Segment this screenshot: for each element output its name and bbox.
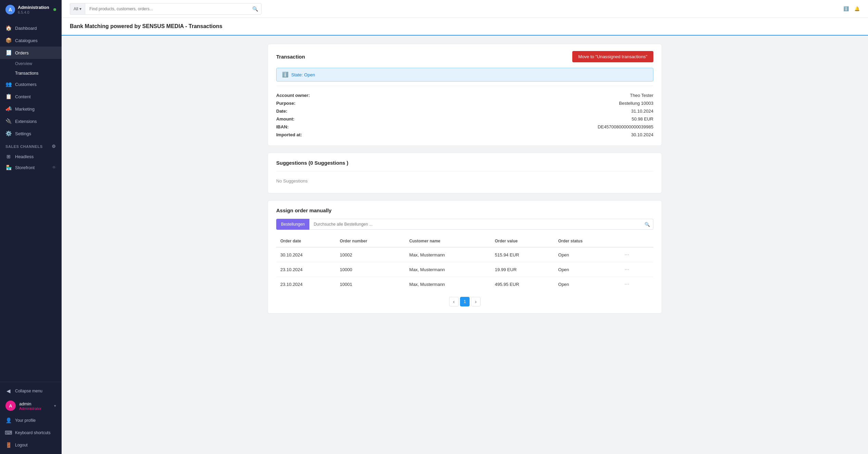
- pagination-prev[interactable]: ‹: [449, 297, 459, 306]
- sidebar-item-label: Marketing: [15, 106, 35, 112]
- cell-status: Open: [554, 262, 618, 277]
- sidebar-sub-transactions[interactable]: Transactions: [0, 68, 62, 78]
- pagination-next[interactable]: ›: [471, 297, 481, 306]
- col-order-date: Order date: [276, 235, 336, 247]
- cell-action: ···: [618, 262, 653, 277]
- cell-customer: Max, Mustermann: [405, 262, 491, 277]
- user-role: Administrator: [19, 406, 51, 411]
- sidebar-item-settings[interactable]: ⚙️ Settings: [0, 127, 62, 140]
- settings-icon: ⚙️: [5, 130, 12, 137]
- sidebar-item-label: Collapse menu: [15, 389, 42, 393]
- sidebar-item-label: Settings: [15, 131, 31, 136]
- col-order-value: Order value: [491, 235, 554, 247]
- sidebar-item-content[interactable]: 📋 Content: [0, 90, 62, 103]
- amount-value: 50.98 EUR: [631, 116, 653, 122]
- search-filter-button[interactable]: All ▾: [70, 3, 85, 15]
- sidebar-item-your-profile[interactable]: 👤 Your profile: [0, 414, 62, 427]
- date-label: Date:: [276, 109, 331, 114]
- pagination-page-1[interactable]: 1: [460, 297, 470, 306]
- row-actions-button[interactable]: ···: [622, 251, 632, 258]
- sidebar-item-collapse-menu[interactable]: ◀ Collapse menu: [0, 385, 62, 397]
- sidebar-item-label: Customers: [15, 82, 37, 87]
- state-label: State: Open: [291, 72, 315, 77]
- page-title-bar: Bank Matching powered by SENSUS MEDIA - …: [62, 18, 868, 36]
- table-row: 23.10.2024 10001 Max, Mustermann 495.95 …: [276, 277, 653, 292]
- transaction-card: Transaction Move to "Unassigned transact…: [268, 44, 662, 146]
- help-icon[interactable]: ℹ️: [843, 6, 849, 11]
- user-avatar: A: [5, 401, 16, 411]
- sidebar-item-customers[interactable]: 👥 Customers: [0, 78, 62, 90]
- search-container: All ▾ 🔍: [70, 3, 261, 15]
- sidebar-item-keyboard-shortcuts[interactable]: ⌨ Keyboard shortcuts: [0, 427, 62, 439]
- table-row: 30.10.2024 10002 Max, Mustermann 515.94 …: [276, 247, 653, 262]
- sidebar: A Administration 6.5.4.0 🏠 Dashboard 📦 C…: [0, 0, 62, 454]
- sidebar-bottom: ◀ Collapse menu A admin Administrator ▾ …: [0, 382, 62, 454]
- main-nav: 🏠 Dashboard 📦 Catalogues 🧾 Orders Overvi…: [0, 19, 62, 382]
- sidebar-item-label: Dashboard: [15, 26, 37, 31]
- orders-table-body: 30.10.2024 10002 Max, Mustermann 515.94 …: [276, 247, 653, 291]
- filter-chevron-icon: ▾: [79, 7, 81, 11]
- sidebar-item-label: Orders: [15, 50, 29, 55]
- cell-customer: Max, Mustermann: [405, 247, 491, 262]
- customers-icon: 👥: [5, 81, 12, 87]
- sidebar-item-headless[interactable]: ⊞ Headless: [0, 151, 62, 162]
- sidebar-item-extensions[interactable]: 🔌 Extensions: [0, 115, 62, 127]
- sales-channels-gear-icon[interactable]: ⚙: [52, 144, 56, 149]
- sidebar-sub-overview[interactable]: Overview: [0, 59, 62, 68]
- sidebar-item-marketing[interactable]: 📣 Marketing: [0, 103, 62, 115]
- sidebar-item-label: Logout: [15, 443, 28, 447]
- table-row: 23.10.2024 10000 Max, Mustermann 19.99 E…: [276, 262, 653, 277]
- orders-icon: 🧾: [5, 50, 12, 56]
- assign-filter-button[interactable]: Bestellungen: [276, 219, 309, 230]
- sidebar-item-logout[interactable]: 🚪 Logout: [0, 439, 62, 451]
- suggestions-card: Suggestions (0 Suggestions ) No Suggesti…: [268, 153, 662, 193]
- orders-table-head: Order date Order number Customer name Or…: [276, 235, 653, 247]
- sidebar-item-storefront[interactable]: 🏪 Storefront 👁: [0, 162, 62, 173]
- cell-action: ···: [618, 277, 653, 292]
- app-logo: A: [5, 5, 15, 14]
- cell-date: 23.10.2024: [276, 277, 336, 292]
- page-title: Bank Matching powered by SENSUS MEDIA - …: [70, 23, 860, 29]
- assign-order-title: Assign order manually: [276, 207, 332, 213]
- cell-value: 515.94 EUR: [491, 247, 554, 262]
- move-to-unassigned-button[interactable]: Move to "Unassigned transactions": [572, 51, 653, 62]
- logout-icon: 🚪: [5, 442, 12, 448]
- catalogues-icon: 📦: [5, 37, 12, 43]
- detail-row-iban: IBAN: DE45700800000000039985: [276, 123, 653, 131]
- no-suggestions-text: No Suggestions: [276, 176, 653, 186]
- user-chevron-icon: ▾: [54, 404, 56, 408]
- row-actions-button[interactable]: ···: [622, 280, 632, 288]
- assign-order-card: Assign order manually Bestellungen 🔍 Ord…: [268, 200, 662, 314]
- cell-date: 30.10.2024: [276, 247, 336, 262]
- row-actions-button[interactable]: ···: [622, 266, 632, 273]
- transaction-card-title: Transaction: [276, 54, 305, 60]
- collapse-icon: ◀: [5, 388, 12, 394]
- sidebar-item-label: Your profile: [15, 418, 36, 423]
- user-name: admin: [19, 401, 51, 406]
- col-order-number: Order number: [336, 235, 405, 247]
- iban-label: IBAN:: [276, 124, 331, 129]
- assign-search-input[interactable]: [309, 219, 653, 230]
- transaction-details: Account owner: Theo Tester Purpose: Best…: [276, 91, 653, 139]
- imported-at-value: 30.10.2024: [631, 132, 653, 137]
- detail-row-purpose: Purpose: Bestellung 10003: [276, 99, 653, 107]
- user-menu[interactable]: A admin Administrator ▾: [0, 397, 62, 414]
- app-info: Administration 6.5.4.0: [18, 5, 49, 14]
- sidebar-item-dashboard[interactable]: 🏠 Dashboard: [0, 22, 62, 34]
- assign-search-icon: 🔍: [644, 222, 650, 227]
- suggestions-card-header: Suggestions (0 Suggestions ): [276, 160, 653, 166]
- online-indicator: [53, 8, 56, 11]
- sidebar-item-catalogues[interactable]: 📦 Catalogues: [0, 34, 62, 47]
- cell-number: 10000: [336, 262, 405, 277]
- main-content: All ▾ 🔍 ℹ️ 🔔 Bank Matching powered by SE…: [62, 0, 868, 454]
- cell-action: ···: [618, 247, 653, 262]
- orders-table: Order date Order number Customer name Or…: [276, 235, 653, 291]
- storefront-visibility-icon: 👁: [52, 165, 56, 170]
- storefront-icon: 🏪: [5, 164, 12, 171]
- search-input[interactable]: [85, 3, 261, 15]
- notifications-icon[interactable]: 🔔: [854, 6, 860, 11]
- assign-search-wrap: 🔍: [309, 219, 653, 230]
- sidebar-item-label: Catalogues: [15, 38, 38, 43]
- sidebar-item-orders[interactable]: 🧾 Orders: [0, 47, 62, 59]
- table-header-row: Order date Order number Customer name Or…: [276, 235, 653, 247]
